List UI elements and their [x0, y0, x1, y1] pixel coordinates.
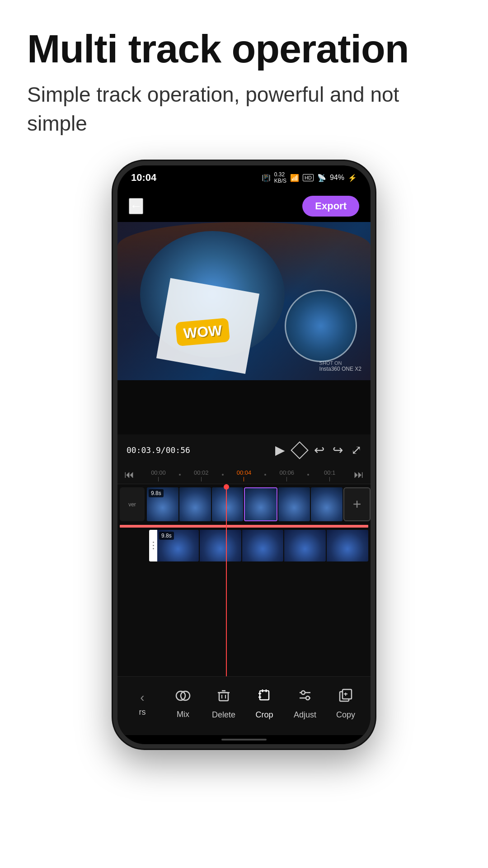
- dark-middle: [117, 380, 371, 434]
- page-subtitle: Simple track operation, powerful and not…: [27, 80, 461, 138]
- clip-1-1[interactable]: 9.8s: [147, 487, 178, 521]
- ruler-mark-2: 00:04: [224, 469, 265, 481]
- clip-2-5[interactable]: [327, 530, 368, 561]
- playback-controls: ▶ ↩ ↪ ⤢: [275, 443, 361, 458]
- toolbar-delete-label: Delete: [212, 710, 235, 720]
- toolbar-item-mix[interactable]: Mix: [163, 688, 203, 719]
- svg-point-13: [301, 691, 305, 694]
- home-bar: [221, 739, 267, 741]
- clip-duration-badge: 9.8s: [149, 489, 164, 497]
- clip2-duration-badge: 9.8s: [159, 532, 174, 540]
- status-time: 10:04: [131, 172, 156, 184]
- toolbar-item-crop[interactable]: Crop: [244, 687, 285, 720]
- clip-2-3[interactable]: [242, 530, 284, 561]
- vibrate-icon: 📳: [262, 174, 271, 182]
- svg-rect-7: [260, 691, 269, 700]
- clip-1-5[interactable]: [278, 487, 310, 521]
- playhead: [226, 484, 227, 676]
- phone-inner: 10:04 📳 0.32KB/S 📶 HD 📡 94% ⚡ ← Export: [117, 165, 371, 744]
- crop-icon: [256, 687, 272, 708]
- time-display: 00:03.9/00:56: [127, 445, 190, 455]
- track-1-clips: 9.8s: [147, 487, 343, 521]
- ruler-end-button[interactable]: ⏭: [354, 469, 364, 481]
- fullscreen-button[interactable]: ⤢: [351, 443, 361, 458]
- phone-frame: 10:04 📳 0.32KB/S 📶 HD 📡 94% ⚡ ← Export: [113, 161, 375, 749]
- mix-icon: [175, 688, 191, 707]
- clip-2-2[interactable]: [200, 530, 241, 561]
- track-area: ver 9.8s +: [117, 484, 371, 676]
- add-clip-button[interactable]: +: [343, 487, 371, 521]
- svg-rect-2: [219, 693, 228, 701]
- status-icons: 📳 0.32KB/S 📶 HD 📡 94% ⚡: [262, 171, 357, 184]
- back-partial-icon: ‹: [140, 690, 144, 705]
- track-cover-label: ver: [120, 487, 145, 521]
- watermark: SHOT ON Insta360 ONE X2: [319, 360, 361, 372]
- watermark-brand: Insta360 ONE X2: [319, 366, 361, 372]
- toolbar-item-adjust[interactable]: Adjust: [285, 687, 325, 720]
- hd-icon: HD: [303, 174, 314, 181]
- track2-handle[interactable]: [149, 530, 157, 561]
- app-header: ← Export: [117, 190, 371, 222]
- clip-1-2[interactable]: [179, 487, 211, 521]
- time-ruler: ⏮ 00:00 00:02 00:04: [117, 466, 371, 484]
- toolbar-back-label: rs: [139, 708, 146, 717]
- wow-text: WOW: [183, 322, 223, 341]
- ruler-start-button[interactable]: ⏮: [124, 469, 134, 481]
- toolbar-item-delete[interactable]: Delete: [203, 687, 244, 720]
- ruler-marks: 00:00 00:02 00:04 00:06: [138, 468, 350, 481]
- toolbar-item-copy[interactable]: Copy: [325, 687, 366, 720]
- toolbar-item-back[interactable]: ‹ rs: [122, 690, 163, 717]
- keyframe-button[interactable]: [291, 441, 309, 459]
- wifi-icon: 📶: [290, 174, 299, 182]
- wow-sticker: WOW: [175, 318, 230, 346]
- redo-button[interactable]: ↪: [333, 443, 343, 458]
- toolbar-copy-label: Copy: [336, 710, 355, 720]
- phone-wrapper: 10:04 📳 0.32KB/S 📶 HD 📡 94% ⚡ ← Export: [0, 161, 488, 749]
- undo-button[interactable]: ↩: [314, 443, 324, 458]
- play-button[interactable]: ▶: [275, 443, 285, 458]
- clip-2-4[interactable]: [284, 530, 326, 561]
- battery-level: 94%: [330, 174, 344, 182]
- toolbar-mix-label: Mix: [177, 710, 189, 719]
- watermark-shot: SHOT ON: [319, 360, 361, 366]
- track-row-1: ver 9.8s +: [117, 484, 371, 525]
- track-2-clips: 9.8s: [157, 530, 368, 561]
- home-indicator: [117, 735, 371, 744]
- back-button[interactable]: ←: [129, 198, 143, 214]
- status-bar: 10:04 📳 0.32KB/S 📶 HD 📡 94% ⚡: [117, 165, 371, 190]
- timeline-controls: 00:03.9/00:56 ▶ ↩ ↪ ⤢: [117, 434, 371, 466]
- fisheye-small: [285, 290, 357, 362]
- clip-2-1[interactable]: 9.8s: [157, 530, 199, 561]
- battery-icon: ⚡: [348, 174, 357, 182]
- page-title: Multi track operation: [27, 27, 461, 71]
- video-preview: WOW SHOT ON Insta360 ONE X2: [117, 222, 371, 380]
- ruler-mark-4: 00:1: [309, 469, 350, 481]
- copy-icon: [338, 687, 354, 708]
- signal-icon: 📡: [317, 174, 326, 182]
- export-button[interactable]: Export: [302, 196, 359, 217]
- video-background: WOW SHOT ON Insta360 ONE X2: [117, 222, 371, 380]
- toolbar-adjust-label: Adjust: [294, 710, 316, 720]
- track-row-2: 9.8s: [117, 528, 371, 564]
- delete-icon: [216, 687, 232, 708]
- clip-1-3[interactable]: [212, 487, 244, 521]
- ruler-mark-1: 00:02: [181, 469, 222, 481]
- ruler-mark-3: 00:06: [266, 469, 307, 481]
- toolbar-crop-label: Crop: [255, 710, 273, 720]
- ruler-mark-0: 00:00: [138, 469, 179, 481]
- hero-section: Multi track operation Simple track opera…: [0, 0, 488, 152]
- clip-1-6[interactable]: [311, 487, 343, 521]
- adjust-icon: [297, 687, 313, 708]
- data-speed: 0.32KB/S: [274, 171, 286, 184]
- svg-point-15: [306, 696, 310, 700]
- clip-1-4[interactable]: [244, 487, 277, 521]
- bottom-toolbar: ‹ rs Mix: [117, 676, 371, 735]
